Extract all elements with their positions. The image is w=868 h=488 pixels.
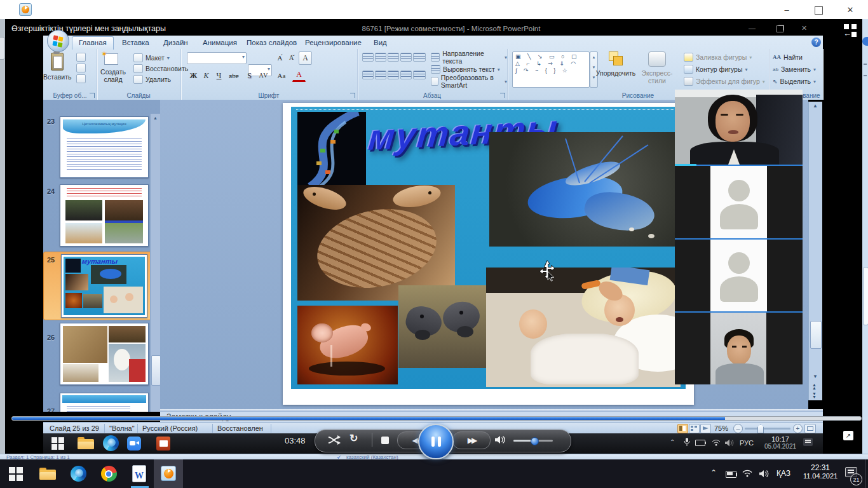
seek-bar-progress <box>12 417 725 420</box>
reset-icon <box>133 64 143 73</box>
elapsed-time: 03:48 <box>285 436 306 445</box>
ppt-tab-insert: Вставка <box>116 36 156 49</box>
wifi-icon[interactable] <box>742 470 752 477</box>
line-spacing-icon <box>413 53 426 62</box>
strikethrough-button: abe <box>225 69 243 83</box>
slide-thumbnail-23: Цитоплазмалық мутация <box>60 116 149 178</box>
popout-icon[interactable]: ↗ <box>843 431 853 440</box>
ribbon-group-paragraph: Направление текста▾ Выровнять текст▾ Пре… <box>357 49 508 100</box>
thumb-number: 27 <box>47 407 55 412</box>
zoom-out-icon: – <box>733 424 743 433</box>
lab-rat-image <box>297 306 398 384</box>
slides-panel: 23 Цитоплазмалық мутация 24 25 мутанты <box>43 100 160 412</box>
seek-bar[interactable] <box>11 416 862 421</box>
stop-button[interactable] <box>381 437 389 444</box>
ppt-close-icon: ✕ <box>801 24 807 32</box>
slide-sorter-icon <box>689 424 700 433</box>
volume-slider[interactable] <box>513 440 553 442</box>
avatar-icon <box>728 252 750 274</box>
slideshow-view-icon <box>700 424 711 433</box>
taskbar-edge-icon[interactable] <box>64 459 93 488</box>
fit-to-window-icon <box>804 424 816 433</box>
repeat-icon[interactable]: ↻ <box>349 432 358 444</box>
recorded-volume-icon <box>724 439 734 447</box>
webcam-feed-participant-3 <box>675 240 803 311</box>
close-icon[interactable]: ✕ <box>837 3 863 17</box>
text-shadow-button: S <box>243 69 256 83</box>
next-button[interactable]: ▶▶ <box>452 431 491 449</box>
webcam-column <box>675 90 803 384</box>
zoom-level: 75% <box>714 424 728 432</box>
scroll-down-icon: ▼ <box>813 374 818 379</box>
font-name-select <box>187 52 247 64</box>
zoom-in-icon: + <box>793 424 803 433</box>
increase-indent-icon <box>400 53 412 62</box>
slide-thumbnail-27 <box>60 393 149 412</box>
ppt-minimize-icon: — <box>749 24 756 32</box>
shape-outline-button: Контур фигуры▾ <box>684 64 747 74</box>
align-left-icon <box>362 71 374 79</box>
scroll-up-icon: ▲ <box>813 103 818 109</box>
help-icon: ? <box>811 37 821 47</box>
slide-thumbnail-25: мутанты <box>61 254 147 318</box>
background-window-right-edge <box>862 19 868 454</box>
recorded-powerpoint-icon <box>156 437 170 451</box>
taskbar: W ⌃ ҚАЗ 22:31 11.04.2021 21 <box>0 459 868 488</box>
ppt-tab-design: Дизайн <box>157 36 194 49</box>
align-text-button: Выровнять текст▾ <box>431 64 500 74</box>
bold-button: Ж <box>187 69 200 83</box>
taskbar-wmp-active[interactable] <box>154 459 183 488</box>
avatar-icon <box>728 180 750 201</box>
select-icon: ⇖ <box>773 78 778 85</box>
thumb-title: мутанты <box>81 257 118 265</box>
taskbar-chrome-icon[interactable] <box>94 459 123 488</box>
shrink-font-button: А̌ <box>285 51 298 65</box>
show-desktop-button[interactable] <box>865 459 868 488</box>
start-button[interactable] <box>1 459 31 488</box>
ppt-tab-animation: Анимация <box>196 36 243 49</box>
avatar-icon <box>720 276 758 302</box>
paste-icon <box>50 51 65 71</box>
blue-lobster-image <box>489 132 681 247</box>
text-direction-icon <box>431 53 440 62</box>
avatar-icon <box>720 204 758 229</box>
minimize-icon[interactable]: – <box>774 3 799 17</box>
controls-divider <box>372 433 372 447</box>
smartart-button: Преобразовать в SmartArt▾ <box>431 76 507 86</box>
conjoined-twins-image <box>486 268 681 387</box>
shapes-gallery: ▣ ╲ ↘ ▭ ○ ▢ △ ⌐ ↳ ⇒ ⇓ ◠ ∫ ↷ ~ { } ☆ <box>512 51 590 88</box>
group-label-paragraph: Абзац <box>357 92 507 99</box>
windows-logo-icon <box>9 467 23 481</box>
slide-blue-background: мутанты <box>291 107 686 389</box>
clock[interactable]: 22:31 11.04.2021 <box>799 463 841 480</box>
battery-icon[interactable] <box>726 471 736 478</box>
taskbar-wmp-icon <box>161 466 176 481</box>
pause-icon <box>431 437 441 447</box>
document-state: Восстановлен <box>217 424 263 432</box>
screen: – ✕ Өзгершіктіктің түрлері мен заңдылықт… <box>0 0 868 488</box>
tray-chevron-icon[interactable]: ⌃ <box>710 468 717 477</box>
scroll-up-icon: ▲ <box>153 116 158 120</box>
paste-button: Вставить <box>43 73 71 81</box>
recorded-zoom-app-icon <box>127 437 141 451</box>
recorded-clock: 10:17 05.04.2021 <box>763 435 798 450</box>
ribbon-group-slides: ✶ Создать слайд Макет▾ Восстановить Удал… <box>97 49 181 100</box>
volume-tray-icon[interactable] <box>759 470 769 478</box>
pause-button[interactable] <box>418 424 454 459</box>
maximize-icon[interactable] <box>815 6 823 15</box>
ribbon-group-font: А́ А̌ А Ж К Ч abe S AV Aa А Шрифт <box>180 49 358 100</box>
language-indicator[interactable]: ҚАЗ <box>776 469 790 478</box>
find-icon: АА <box>773 54 781 60</box>
two-headed-snake-image <box>297 185 455 301</box>
slide-scrollbar: ▲ ▼ ▲▲ ▼▼ <box>808 102 822 400</box>
player-titlebar: – ✕ <box>0 0 868 20</box>
shape-outline-icon <box>684 65 693 74</box>
taskbar-word-icon[interactable]: W <box>125 459 154 488</box>
shuffle-icon[interactable] <box>328 435 341 445</box>
webcam-feed-presenter <box>675 90 803 165</box>
recorded-wifi-icon <box>712 439 721 446</box>
slide-thumbnail-24 <box>60 184 149 247</box>
align-text-icon <box>431 65 440 74</box>
taskbar-explorer-icon[interactable] <box>33 459 62 488</box>
mute-icon[interactable] <box>494 435 506 444</box>
